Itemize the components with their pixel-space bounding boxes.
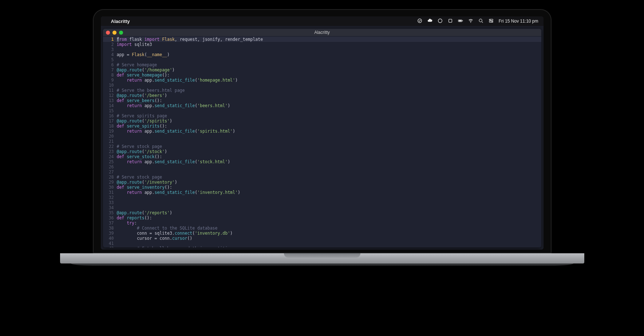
svg-rect-2 xyxy=(449,19,452,22)
code-content: return app.send_static_file('spirits.htm… xyxy=(117,129,541,134)
code-line[interactable]: 5 xyxy=(103,57,541,62)
code-content: conn = sqlite3.connect('inventory.db') xyxy=(117,231,541,236)
terminal-window: Alacritty 1from flask import Flask, requ… xyxy=(103,29,541,247)
code-line[interactable]: 9 return app.send_static_file('homepage.… xyxy=(103,78,541,83)
code-line[interactable]: 3 xyxy=(103,47,541,52)
code-content: def reports(): xyxy=(117,215,541,220)
code-editor[interactable]: 1from flask import Flask, request, jsoni… xyxy=(103,36,541,247)
code-line[interactable]: 23@app.route('/stock') xyxy=(103,149,541,154)
code-line[interactable]: 6# Serve homepage xyxy=(103,62,541,67)
battery-icon[interactable] xyxy=(458,18,463,24)
code-content: @app.route('/beers') xyxy=(117,93,541,98)
line-number: 34 xyxy=(103,205,117,210)
code-line[interactable]: 20 xyxy=(103,134,541,139)
svg-point-10 xyxy=(490,19,490,20)
code-line[interactable]: 31 return app.send_static_file('inventor… xyxy=(103,190,541,195)
menubar-datetime[interactable]: Fri 15 Nov 11:10 pm xyxy=(499,19,538,24)
line-number: 21 xyxy=(103,139,117,144)
code-line[interactable]: 13def serve_beers(): xyxy=(103,98,541,103)
code-line[interactable]: 34 xyxy=(103,205,541,210)
line-number: 22 xyxy=(103,144,117,149)
line-number: 2 xyxy=(103,42,117,47)
line-number: 8 xyxy=(103,73,117,78)
code-content xyxy=(117,57,541,62)
code-line[interactable]: 2import sqlite3 xyxy=(103,42,541,47)
code-line[interactable]: 19 return app.send_static_file('spirits.… xyxy=(103,129,541,134)
code-line[interactable]: 38 # Connect to the SQLite database xyxy=(103,226,541,231)
menubar-app-name[interactable]: Alacritty xyxy=(111,19,130,24)
code-content: # Connect to the SQLite database xyxy=(117,226,541,231)
code-line[interactable]: 41 xyxy=(103,241,541,246)
maximize-window-button[interactable] xyxy=(119,31,123,35)
code-content xyxy=(117,139,541,144)
line-number: 40 xyxy=(103,236,117,241)
code-line[interactable]: 15 xyxy=(103,108,541,113)
code-line[interactable]: 21 xyxy=(103,139,541,144)
line-number: 41 xyxy=(103,241,117,246)
line-number: 14 xyxy=(103,103,117,108)
code-content: # Fetch all beers and their quantities xyxy=(117,246,541,247)
code-line[interactable]: 11# Serve the beers.html page xyxy=(103,88,541,93)
code-line[interactable]: 16# Serve spirits page xyxy=(103,113,541,118)
code-line[interactable]: 27 xyxy=(103,169,541,175)
spotlight-search-icon[interactable] xyxy=(478,18,483,24)
menu-extra-icon[interactable] xyxy=(417,18,422,24)
code-line[interactable]: 8def serve_homepage(): xyxy=(103,73,541,78)
code-line[interactable]: 30def serve_inventory(): xyxy=(103,185,541,190)
code-line[interactable]: 35@app.route('/reports') xyxy=(103,210,541,215)
code-line[interactable]: 33 xyxy=(103,200,541,205)
code-content: return app.send_static_file('beers.html'… xyxy=(117,103,541,108)
code-line[interactable]: 28# Serve stock page xyxy=(103,175,541,180)
code-content: @app.route('/stock') xyxy=(117,149,541,154)
code-line[interactable]: 32 xyxy=(103,195,541,200)
code-line[interactable]: 40 cursor = conn.cursor() xyxy=(103,236,541,241)
code-line[interactable]: 36def reports(): xyxy=(103,215,541,220)
code-line[interactable]: 17@app.route('/spirits') xyxy=(103,118,541,124)
code-line[interactable]: 26 xyxy=(103,164,541,169)
menubar-right: Fri 15 Nov 11:10 pm xyxy=(417,18,538,24)
code-line[interactable]: 10 xyxy=(103,83,541,88)
svg-rect-11 xyxy=(489,21,493,22)
line-number: 3 xyxy=(103,47,117,52)
code-content xyxy=(117,164,541,169)
window-titlebar[interactable]: Alacritty xyxy=(103,29,541,36)
laptop-mockup: Alacritty Fri 15 Nov 11:10 pm xyxy=(93,9,552,266)
wifi-icon[interactable] xyxy=(468,18,473,24)
minimize-window-button[interactable] xyxy=(112,31,116,35)
code-content xyxy=(117,205,541,210)
app2-icon[interactable] xyxy=(448,18,453,24)
code-content xyxy=(117,134,541,139)
code-line[interactable]: 12@app.route('/beers') xyxy=(103,93,541,98)
line-number: 7 xyxy=(103,67,117,73)
code-line[interactable]: 14 return app.send_static_file('beers.ht… xyxy=(103,103,541,108)
svg-rect-4 xyxy=(459,20,462,22)
app-icon[interactable] xyxy=(438,18,443,24)
code-line[interactable]: 24def serve_stock(): xyxy=(103,154,541,159)
code-line[interactable]: 42 # Fetch all beers and their quantitie… xyxy=(103,246,541,247)
code-line[interactable]: 39 conn = sqlite3.connect('inventory.db'… xyxy=(103,231,541,236)
code-line[interactable]: 25 return app.send_static_file('stock.ht… xyxy=(103,159,541,164)
line-number: 42 xyxy=(103,246,117,247)
code-line[interactable]: 37 try: xyxy=(103,220,541,226)
code-content: @app.route('/homepage') xyxy=(117,67,541,73)
line-number: 18 xyxy=(103,124,117,129)
control-center-icon[interactable] xyxy=(489,18,494,24)
code-content: # Serve homepage xyxy=(117,62,541,67)
traffic-lights xyxy=(106,31,123,35)
code-line[interactable]: 1from flask import Flask, request, jsoni… xyxy=(103,37,541,42)
svg-point-6 xyxy=(470,22,471,23)
code-content: return app.send_static_file('inventory.h… xyxy=(117,190,541,195)
code-line[interactable]: 22# Serve stock page xyxy=(103,144,541,149)
code-content: return app.send_static_file('stock.html'… xyxy=(117,159,541,164)
cloud-icon[interactable] xyxy=(427,18,432,24)
close-window-button[interactable] xyxy=(106,31,110,35)
code-line[interactable]: 4app = Flask(__name__) xyxy=(103,52,541,57)
line-number: 29 xyxy=(103,180,117,185)
code-line[interactable]: 29@app.route('/inventory') xyxy=(103,180,541,185)
code-line[interactable]: 7@app.route('/homepage') xyxy=(103,67,541,73)
line-number: 12 xyxy=(103,93,117,98)
line-number: 5 xyxy=(103,57,117,62)
code-line[interactable]: 18def serve_spirits(): xyxy=(103,124,541,129)
line-number: 10 xyxy=(103,83,117,88)
svg-point-12 xyxy=(491,21,492,22)
